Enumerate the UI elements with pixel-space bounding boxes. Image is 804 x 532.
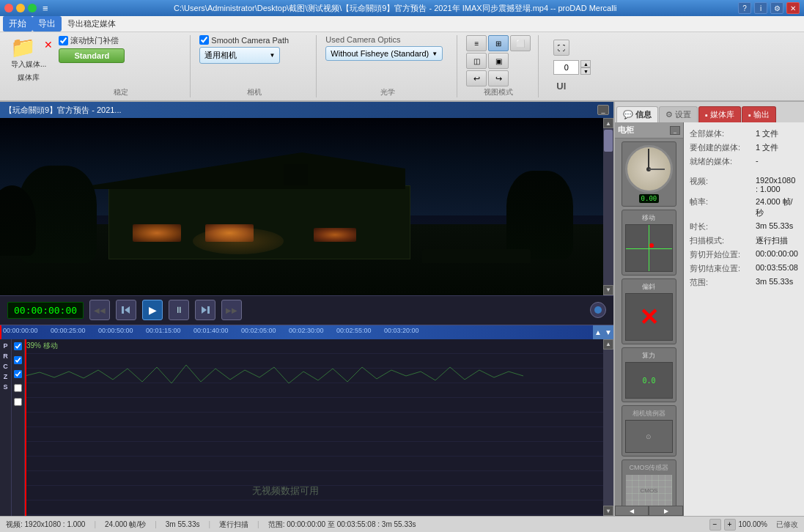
close-button[interactable] (4, 4, 13, 12)
camera-optics-label: 相机镜例器 (632, 409, 665, 418)
ruler-track[interactable]: 00:00:00:00 00:00:25:00 00:00:50:00 00:0… (0, 325, 613, 339)
stabilize-label: 滚动快门补偿 (70, 35, 119, 46)
tl-letter-z: Z (0, 373, 11, 380)
track-area[interactable]: 39% 移动 无视频数据可用 (25, 339, 603, 517)
tab-info[interactable]: 💬 信息 (616, 106, 658, 122)
record-button[interactable] (590, 302, 606, 318)
track-scroll-track[interactable] (603, 350, 613, 506)
standard-button[interactable]: Standard (59, 48, 125, 63)
track-p-checkbox[interactable] (14, 342, 22, 350)
clock-minute-hand (649, 169, 665, 170)
folder-icon[interactable]: 📁 (10, 36, 36, 59)
stabilize-checkbox-label[interactable]: 滚动快门补偿 (59, 35, 119, 46)
scroll-down-button[interactable]: ▼ (603, 285, 613, 295)
scroll-track[interactable] (603, 128, 613, 285)
stabilize-row: 滚动快门补偿 (59, 35, 182, 46)
status-sep-2: | (155, 520, 157, 528)
elec-scroll-right[interactable]: ▶ (649, 506, 682, 516)
track-scroll-up[interactable]: ▲ (603, 339, 613, 350)
optics-group-label: 光学 (325, 87, 449, 97)
camera-optics-widget: 相机镜例器 ⊙ (622, 405, 676, 457)
view-mode-group: ≡ ⊞ ⬜ ◫ ▣ ↩ ↪ 视图模式 (466, 35, 539, 97)
info-value-duration: 3m 55.33s (756, 221, 798, 232)
scroll-up-button[interactable]: ▲ (603, 118, 613, 128)
pause-button[interactable]: ⏸ (169, 300, 189, 320)
video-minimize-button[interactable]: _ (597, 105, 609, 115)
next-section-button[interactable]: ▶▶ (221, 300, 242, 320)
import-folder-icon-container: 📁 ✕ (10, 35, 47, 59)
ribbon-toolbar: 📁 ✕ 导入媒体... 媒体库 滚动快门补偿 Standard 稳定 Smoot… (0, 32, 804, 102)
minimize-button[interactable] (16, 4, 25, 12)
fisheye-dropdown[interactable]: Without Fisheye (Standard) ▼ (325, 46, 443, 61)
elec-scroll-left[interactable]: ◀ (615, 506, 649, 516)
play-button[interactable]: ▶ (142, 300, 163, 320)
info-row-video: 视频: 1920x1080 : 1.000 (690, 176, 798, 193)
camera-dropdown[interactable]: 通用相机 ▼ (199, 47, 280, 64)
tab-output[interactable]: ▪ 输出 (742, 106, 776, 122)
view-btn-large[interactable]: ⬜ (510, 35, 531, 51)
tab-settings[interactable]: ⚙ 设置 (659, 106, 698, 122)
settings-gear-button[interactable]: ⚙ (770, 2, 783, 14)
scroll-thumb[interactable] (604, 130, 613, 152)
camera-group-label: 相机 (199, 87, 309, 97)
view-btn-grid[interactable]: ⊞ (488, 35, 509, 51)
prev-section-button[interactable]: ◀◀ (89, 300, 110, 320)
view-btn-list[interactable]: ≡ (466, 35, 487, 51)
next-frame-button[interactable] (195, 300, 215, 320)
clock-value: 0.00 (639, 194, 660, 203)
menu-item-export-stable[interactable]: 导出稳定媒体 (62, 17, 122, 31)
prev-frame-button[interactable] (116, 300, 136, 320)
info-row-all-media: 全部媒体: 1 文件 (690, 128, 798, 139)
track-scroll-down[interactable]: ▼ (603, 506, 613, 516)
smooth-camera-checkbox[interactable] (199, 35, 209, 45)
undo-redo-row: ↩ ↪ (466, 70, 531, 86)
menu-item-start[interactable]: 开始 (3, 16, 32, 32)
camera-dropdown-arrow-icon: ▼ (269, 52, 275, 59)
timeline-tracks-container: P R C Z S 39% 移动 (0, 339, 613, 517)
video-scrollbar[interactable]: ▲ ▼ (603, 118, 613, 295)
electric-scroll-buttons: ◀ ▶ (615, 506, 683, 516)
zoom-out-button[interactable]: − (709, 519, 721, 531)
info-button[interactable]: i (754, 2, 767, 14)
track-scrollbar[interactable]: ▲ ▼ (603, 339, 613, 517)
electric-minimize-button[interactable]: _ (670, 126, 680, 135)
fisheye-label: Without Fisheye (Standard) (331, 49, 429, 58)
stabilize-checkbox[interactable] (59, 36, 68, 45)
info-label-scan-mode: 扫描模式: (690, 235, 756, 246)
spinner-input[interactable] (553, 60, 579, 75)
playhead[interactable] (0, 325, 1, 339)
redo-button[interactable]: ↪ (488, 70, 509, 86)
window-close-button[interactable]: ✕ (786, 2, 800, 14)
tl-letter-c: C (0, 363, 11, 370)
help-button[interactable]: ? (738, 2, 751, 14)
media-tab-icon: ▪ (705, 111, 708, 119)
ruler-down-button[interactable]: ▼ (603, 325, 613, 339)
window-controls[interactable] (4, 4, 37, 12)
view-btn-split[interactable]: ◫ (466, 53, 487, 69)
status-video-info: 视频: 1920x1080 : 1.000 (6, 520, 85, 530)
output-tab-icon: ▪ (748, 111, 751, 119)
track-s-checkbox[interactable] (14, 398, 22, 406)
undo-button[interactable]: ↩ (466, 70, 487, 86)
info-value-range: 3m 55.33s (756, 277, 798, 288)
ruler-up-button[interactable]: ▲ (593, 325, 603, 339)
tab-media-library[interactable]: ▪ 媒体库 (698, 106, 741, 122)
fullscreen-btn[interactable]: ⛶ (553, 40, 569, 56)
maximize-button[interactable] (28, 4, 37, 12)
info-label-range: 范围: (690, 277, 756, 288)
car-silhouette (422, 249, 531, 263)
track-z-checkbox[interactable] (14, 384, 22, 392)
electric-panel-title: 电柜 (618, 125, 634, 136)
menu-item-export[interactable]: 导出 (32, 16, 62, 32)
track-r-checkbox[interactable] (14, 356, 22, 364)
spinner-down-button[interactable]: ▼ (580, 67, 591, 75)
info-value-video: 1920x1080 : 1.000 (756, 176, 798, 193)
view-btn-preview[interactable]: ▣ (488, 53, 509, 69)
help-buttons[interactable]: ? i ⚙ ✕ (738, 2, 800, 14)
zoom-in-button[interactable]: + (724, 519, 736, 531)
track-c-checkbox[interactable] (14, 370, 22, 378)
import-media-label[interactable]: 导入媒体... (11, 59, 46, 70)
spinner-up-button[interactable]: ▲ (580, 60, 591, 67)
ruler-end-controls: ▲ ▼ (593, 325, 613, 339)
smooth-camera-checkbox-label[interactable]: Smooth Camera Path (199, 35, 289, 45)
